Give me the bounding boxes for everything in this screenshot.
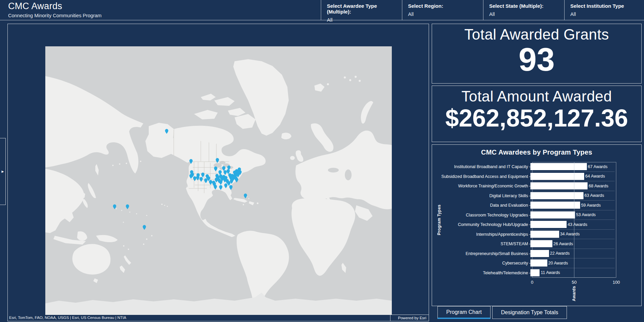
filter-selected-value: All bbox=[408, 11, 483, 17]
filter-selected-value: All bbox=[489, 11, 564, 17]
cmc-awards-dashboard: { "header": { "title": "CMC Awards", "su… bbox=[0, 0, 644, 322]
chart-row: Digital Literacy Skills63 Awards bbox=[432, 191, 641, 201]
tab-program-chart[interactable]: Program Chart bbox=[437, 306, 491, 319]
x-axis-tick-label: 100 bbox=[613, 280, 620, 285]
chart-bar[interactable] bbox=[530, 173, 584, 180]
chart-row: Workforce Training/Economic Growth68 Awa… bbox=[432, 181, 641, 191]
chart-category-label: Cybersecurity bbox=[432, 261, 530, 266]
chart-value-label: 68 Awards bbox=[589, 184, 608, 188]
chart-row: Cybersecurity20 Awards bbox=[432, 258, 641, 268]
filter-institution-type[interactable]: Select Institution TypeAll bbox=[564, 0, 644, 20]
left-panel-expander[interactable]: ▶ bbox=[0, 138, 6, 205]
total-grants-value: 93 bbox=[432, 43, 641, 76]
chart-category-label: Data and Evaluation bbox=[432, 203, 530, 208]
world-map[interactable] bbox=[45, 46, 392, 321]
chart-bar-track: 11 Awards bbox=[530, 268, 615, 278]
chart-value-label: 22 Awards bbox=[550, 251, 570, 256]
chart-row: Data and Evaluation59 Awards bbox=[432, 201, 641, 210]
chart-category-label: Telehealth/Telemedicine bbox=[432, 271, 530, 275]
filter-state[interactable]: Select State (Multiple):All bbox=[483, 0, 564, 20]
chart-bar-track: 53 Awards bbox=[530, 210, 615, 220]
powered-by-esri-link[interactable]: Powered by Esri bbox=[390, 315, 429, 321]
chart-bar-track: 68 Awards bbox=[530, 181, 615, 191]
chart-value-label: 11 Awards bbox=[541, 270, 560, 275]
world-map-svg bbox=[45, 46, 392, 321]
y-axis-title: Program Types bbox=[437, 205, 442, 235]
chart-category-label: Classroom Technology Upgrades bbox=[432, 213, 530, 217]
chart-category-label: Subsidized Broadband Access and Equipmen… bbox=[432, 174, 530, 179]
chart-bar[interactable] bbox=[530, 231, 559, 238]
chart-row: Telehealth/Telemedicine11 Awards bbox=[432, 268, 641, 278]
filter-selected-value: All bbox=[327, 17, 402, 23]
chart-value-label: 26 Awards bbox=[553, 242, 573, 246]
chart-row: Entrepreneurship/Small Business22 Awards bbox=[432, 249, 641, 259]
map-panel: Esri, TomTom, FAO, NOAA, USGS | Esri, US… bbox=[7, 24, 429, 321]
app-subtitle: Connecting Minority Communities Program bbox=[8, 13, 101, 18]
filter-region[interactable]: Select Region:All bbox=[402, 0, 483, 20]
chart-bar-track: 20 Awards bbox=[530, 258, 615, 268]
chart-value-label: 20 Awards bbox=[548, 261, 568, 266]
chart-row: Institutional Broadband and IT Capacity6… bbox=[432, 162, 641, 172]
chart-row: Internships/Apprenticeships34 Awards bbox=[432, 230, 641, 239]
filter-label: Select Awardee Type (Multiple): bbox=[327, 3, 402, 15]
bottom-tab-strip: Program ChartDesignation Type Totals bbox=[437, 306, 567, 319]
chart-bar-track: 43 Awards bbox=[530, 220, 615, 230]
chart-bar-track: 26 Awards bbox=[530, 239, 615, 249]
chart-category-label: Digital Literacy Skills bbox=[432, 193, 530, 198]
chart-bar[interactable] bbox=[530, 192, 583, 199]
filter-awardee-type[interactable]: Select Awardee Type (Multiple):All bbox=[321, 0, 402, 20]
chart-bar-track: 67 Awards bbox=[530, 162, 615, 172]
chart-value-label: 43 Awards bbox=[568, 222, 587, 227]
tab-designation-type-totals[interactable]: Designation Type Totals bbox=[492, 306, 567, 319]
chart-rows: Institutional Broadband and IT Capacity6… bbox=[432, 162, 641, 278]
x-axis-title: Awards bbox=[572, 286, 576, 301]
header-bar: CMC Awards Connecting Minority Communiti… bbox=[0, 0, 644, 20]
chart-value-label: 59 Awards bbox=[581, 203, 601, 208]
chart-bar[interactable] bbox=[530, 182, 588, 189]
filter-selected-value: All bbox=[570, 11, 644, 17]
chart-bar-track: 22 Awards bbox=[530, 249, 615, 259]
chart-title: CMC Awardees by Program Types bbox=[432, 148, 641, 156]
x-axis-tick-label: 50 bbox=[572, 280, 576, 285]
chart-category-label: Internships/Apprenticeships bbox=[432, 232, 530, 237]
chart-value-label: 34 Awards bbox=[560, 232, 580, 236]
landmass-ireland bbox=[290, 156, 295, 160]
x-axis-ticks: 050100 bbox=[532, 280, 616, 285]
filter-label: Select Institution Type bbox=[570, 3, 644, 9]
chart-category-label: Community Technology Hub/Upgrade bbox=[432, 222, 530, 227]
header-filters: Select Awardee Type (Multiple):AllSelect… bbox=[321, 0, 644, 20]
expand-arrow-icon: ▶ bbox=[2, 170, 4, 173]
total-amount-value: $262,852,127.36 bbox=[432, 106, 641, 131]
chart-row: STEM/STEAM26 Awards bbox=[432, 239, 641, 249]
chart-bar-track: 63 Awards bbox=[530, 191, 615, 201]
total-amount-awarded-panel: Total Amount Awarded $262,852,127.36 bbox=[432, 86, 642, 142]
filter-label: Select State (Multiple): bbox=[489, 3, 564, 9]
caspian-sea bbox=[345, 169, 352, 180]
chart-bar[interactable] bbox=[530, 259, 547, 267]
chart-bar[interactable] bbox=[530, 202, 580, 209]
program-types-chart-panel: CMC Awardees by Program Types Institutio… bbox=[432, 144, 642, 306]
chart-row: Classroom Technology Upgrades53 Awards bbox=[432, 210, 641, 220]
chart-category-label: Institutional Broadband and IT Capacity bbox=[432, 164, 530, 169]
chart-value-label: 63 Awards bbox=[585, 193, 604, 198]
chart-category-label: Workforce Training/Economic Growth bbox=[432, 184, 530, 188]
chart-bar[interactable] bbox=[530, 269, 540, 276]
black-sea bbox=[328, 168, 339, 172]
total-awarded-grants-panel: Total Awarded Grants 93 bbox=[432, 24, 642, 84]
chart-category-label: Entrepreneurship/Small Business bbox=[432, 251, 530, 256]
chart-value-label: 67 Awards bbox=[588, 164, 607, 169]
chart-row: Community Technology Hub/Upgrade43 Award… bbox=[432, 220, 641, 230]
filter-label: Select Region: bbox=[408, 3, 483, 9]
chart-bar[interactable] bbox=[530, 250, 549, 257]
chart-value-label: 64 Awards bbox=[585, 174, 605, 179]
stat-title: Total Awarded Grants bbox=[432, 26, 641, 43]
chart-bar-track: 59 Awards bbox=[530, 201, 615, 210]
chart-value-label: 53 Awards bbox=[576, 212, 596, 217]
chart-bar[interactable] bbox=[530, 221, 567, 228]
x-axis-tick-label: 0 bbox=[531, 280, 533, 285]
chart-bar[interactable] bbox=[530, 211, 575, 218]
chart-row: Subsidized Broadband Access and Equipmen… bbox=[432, 172, 641, 182]
map-attribution: Esri, TomTom, FAO, NOAA, USGS | Esri, US… bbox=[8, 315, 429, 321]
chart-bar[interactable] bbox=[530, 163, 587, 170]
chart-bar[interactable] bbox=[530, 240, 552, 247]
